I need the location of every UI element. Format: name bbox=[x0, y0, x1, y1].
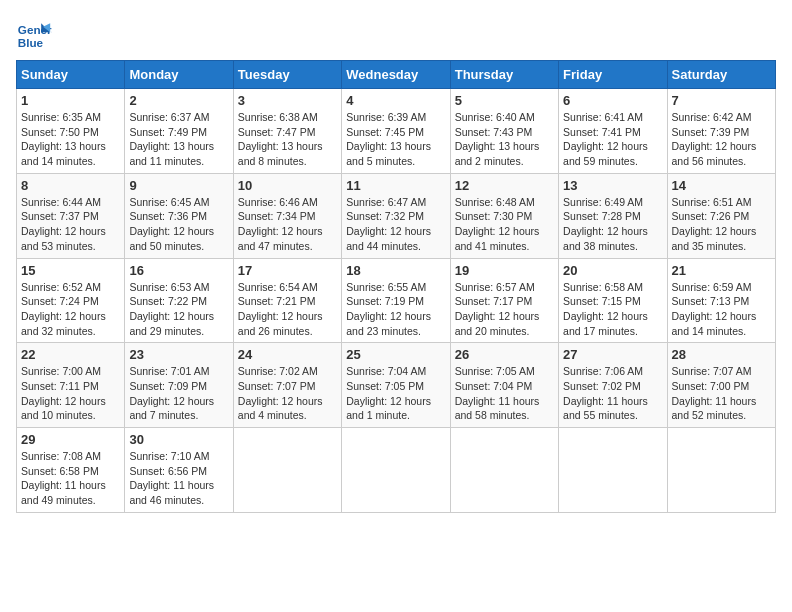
page-header: General Blue bbox=[16, 16, 776, 52]
day-info-line: Sunrise: 6:57 AM bbox=[455, 280, 554, 295]
day-info-line: Sunrise: 6:54 AM bbox=[238, 280, 337, 295]
day-number: 16 bbox=[129, 263, 228, 278]
day-number: 21 bbox=[672, 263, 771, 278]
day-number: 9 bbox=[129, 178, 228, 193]
day-info-line: Daylight: 12 hours and 35 minutes. bbox=[672, 224, 771, 253]
day-info-line: Sunset: 7:39 PM bbox=[672, 125, 771, 140]
day-info-line: Daylight: 12 hours and 41 minutes. bbox=[455, 224, 554, 253]
col-header-sunday: Sunday bbox=[17, 61, 125, 89]
day-number: 8 bbox=[21, 178, 120, 193]
day-number: 14 bbox=[672, 178, 771, 193]
day-info-line: Sunset: 7:28 PM bbox=[563, 209, 662, 224]
day-info-line: Daylight: 12 hours and 47 minutes. bbox=[238, 224, 337, 253]
day-number: 29 bbox=[21, 432, 120, 447]
day-info-line: Sunrise: 6:38 AM bbox=[238, 110, 337, 125]
day-info-line: Sunset: 7:43 PM bbox=[455, 125, 554, 140]
day-cell-22: 22Sunrise: 7:00 AMSunset: 7:11 PMDayligh… bbox=[17, 343, 125, 428]
day-info-line: Sunset: 7:45 PM bbox=[346, 125, 445, 140]
day-number: 6 bbox=[563, 93, 662, 108]
day-info-line: Daylight: 12 hours and 1 minute. bbox=[346, 394, 445, 423]
day-info-line: Sunset: 7:30 PM bbox=[455, 209, 554, 224]
day-info-line: Sunset: 7:04 PM bbox=[455, 379, 554, 394]
day-info-line: Sunrise: 6:51 AM bbox=[672, 195, 771, 210]
day-info-line: Sunset: 7:41 PM bbox=[563, 125, 662, 140]
empty-cell bbox=[233, 428, 341, 513]
day-cell-16: 16Sunrise: 6:53 AMSunset: 7:22 PMDayligh… bbox=[125, 258, 233, 343]
day-info-line: Daylight: 12 hours and 56 minutes. bbox=[672, 139, 771, 168]
day-info-line: Sunrise: 6:59 AM bbox=[672, 280, 771, 295]
logo-icon: General Blue bbox=[16, 16, 52, 52]
day-number: 18 bbox=[346, 263, 445, 278]
empty-cell bbox=[342, 428, 450, 513]
day-info-line: Sunrise: 7:06 AM bbox=[563, 364, 662, 379]
day-info-line: Sunset: 7:02 PM bbox=[563, 379, 662, 394]
day-cell-1: 1Sunrise: 6:35 AMSunset: 7:50 PMDaylight… bbox=[17, 89, 125, 174]
day-number: 5 bbox=[455, 93, 554, 108]
day-number: 27 bbox=[563, 347, 662, 362]
day-info-line: Sunrise: 7:02 AM bbox=[238, 364, 337, 379]
day-number: 26 bbox=[455, 347, 554, 362]
day-info-line: Daylight: 12 hours and 38 minutes. bbox=[563, 224, 662, 253]
day-number: 11 bbox=[346, 178, 445, 193]
day-cell-3: 3Sunrise: 6:38 AMSunset: 7:47 PMDaylight… bbox=[233, 89, 341, 174]
day-number: 24 bbox=[238, 347, 337, 362]
day-number: 1 bbox=[21, 93, 120, 108]
day-info-line: Daylight: 11 hours and 58 minutes. bbox=[455, 394, 554, 423]
logo: General Blue bbox=[16, 16, 56, 52]
day-cell-11: 11Sunrise: 6:47 AMSunset: 7:32 PMDayligh… bbox=[342, 173, 450, 258]
day-info-line: Sunrise: 7:10 AM bbox=[129, 449, 228, 464]
day-info-line: Sunset: 7:13 PM bbox=[672, 294, 771, 309]
col-header-thursday: Thursday bbox=[450, 61, 558, 89]
day-number: 12 bbox=[455, 178, 554, 193]
day-info-line: Sunrise: 6:49 AM bbox=[563, 195, 662, 210]
day-info-line: Daylight: 12 hours and 4 minutes. bbox=[238, 394, 337, 423]
day-cell-29: 29Sunrise: 7:08 AMSunset: 6:58 PMDayligh… bbox=[17, 428, 125, 513]
day-info-line: Daylight: 12 hours and 17 minutes. bbox=[563, 309, 662, 338]
day-cell-15: 15Sunrise: 6:52 AMSunset: 7:24 PMDayligh… bbox=[17, 258, 125, 343]
day-info-line: Daylight: 12 hours and 14 minutes. bbox=[672, 309, 771, 338]
day-cell-12: 12Sunrise: 6:48 AMSunset: 7:30 PMDayligh… bbox=[450, 173, 558, 258]
day-info-line: Sunset: 6:58 PM bbox=[21, 464, 120, 479]
day-cell-5: 5Sunrise: 6:40 AMSunset: 7:43 PMDaylight… bbox=[450, 89, 558, 174]
day-info-line: Daylight: 12 hours and 32 minutes. bbox=[21, 309, 120, 338]
day-cell-20: 20Sunrise: 6:58 AMSunset: 7:15 PMDayligh… bbox=[559, 258, 667, 343]
day-info-line: Sunrise: 6:48 AM bbox=[455, 195, 554, 210]
day-number: 15 bbox=[21, 263, 120, 278]
day-info-line: Sunrise: 6:45 AM bbox=[129, 195, 228, 210]
day-number: 2 bbox=[129, 93, 228, 108]
day-info-line: Sunset: 7:19 PM bbox=[346, 294, 445, 309]
day-cell-8: 8Sunrise: 6:44 AMSunset: 7:37 PMDaylight… bbox=[17, 173, 125, 258]
day-cell-9: 9Sunrise: 6:45 AMSunset: 7:36 PMDaylight… bbox=[125, 173, 233, 258]
day-info-line: Daylight: 12 hours and 50 minutes. bbox=[129, 224, 228, 253]
day-cell-7: 7Sunrise: 6:42 AMSunset: 7:39 PMDaylight… bbox=[667, 89, 775, 174]
day-info-line: Sunset: 6:56 PM bbox=[129, 464, 228, 479]
day-info-line: Sunset: 7:17 PM bbox=[455, 294, 554, 309]
day-info-line: Daylight: 12 hours and 10 minutes. bbox=[21, 394, 120, 423]
day-info-line: Sunset: 7:22 PM bbox=[129, 294, 228, 309]
day-number: 23 bbox=[129, 347, 228, 362]
day-info-line: Sunrise: 6:35 AM bbox=[21, 110, 120, 125]
day-number: 7 bbox=[672, 93, 771, 108]
day-info-line: Sunset: 7:21 PM bbox=[238, 294, 337, 309]
day-info-line: Sunset: 7:32 PM bbox=[346, 209, 445, 224]
day-cell-19: 19Sunrise: 6:57 AMSunset: 7:17 PMDayligh… bbox=[450, 258, 558, 343]
day-info-line: Daylight: 13 hours and 11 minutes. bbox=[129, 139, 228, 168]
day-info-line: Sunrise: 7:04 AM bbox=[346, 364, 445, 379]
day-info-line: Sunrise: 6:37 AM bbox=[129, 110, 228, 125]
day-info-line: Sunrise: 6:53 AM bbox=[129, 280, 228, 295]
day-number: 22 bbox=[21, 347, 120, 362]
day-cell-23: 23Sunrise: 7:01 AMSunset: 7:09 PMDayligh… bbox=[125, 343, 233, 428]
day-info-line: Sunrise: 6:58 AM bbox=[563, 280, 662, 295]
day-cell-14: 14Sunrise: 6:51 AMSunset: 7:26 PMDayligh… bbox=[667, 173, 775, 258]
day-cell-30: 30Sunrise: 7:10 AMSunset: 6:56 PMDayligh… bbox=[125, 428, 233, 513]
day-info-line: Sunrise: 6:46 AM bbox=[238, 195, 337, 210]
day-info-line: Sunset: 7:47 PM bbox=[238, 125, 337, 140]
day-info-line: Daylight: 11 hours and 52 minutes. bbox=[672, 394, 771, 423]
day-info-line: Daylight: 12 hours and 29 minutes. bbox=[129, 309, 228, 338]
day-info-line: Daylight: 12 hours and 44 minutes. bbox=[346, 224, 445, 253]
day-cell-18: 18Sunrise: 6:55 AMSunset: 7:19 PMDayligh… bbox=[342, 258, 450, 343]
day-cell-26: 26Sunrise: 7:05 AMSunset: 7:04 PMDayligh… bbox=[450, 343, 558, 428]
day-number: 20 bbox=[563, 263, 662, 278]
day-cell-6: 6Sunrise: 6:41 AMSunset: 7:41 PMDaylight… bbox=[559, 89, 667, 174]
col-header-saturday: Saturday bbox=[667, 61, 775, 89]
